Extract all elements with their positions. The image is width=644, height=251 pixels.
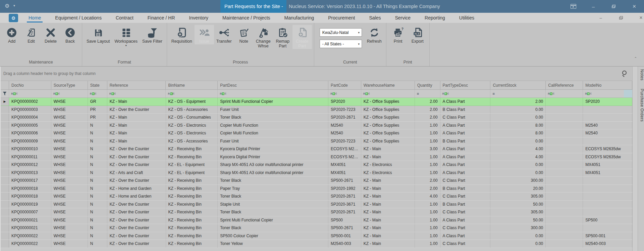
document-restore-button[interactable] [616,14,626,22]
group-by-panel[interactable]: Drag a column header here to group by th… [1,67,632,81]
filter-cell-warehousename[interactable]: abc [361,90,415,97]
ribbon-collapse-chevron-icon[interactable]: ˆ [632,56,639,62]
export-button[interactable]: XLSExport [408,25,427,44]
table-row[interactable]: KPQ00000011WHSENKZ - Over the CounterKZ … [1,153,632,161]
transfer-button[interactable]: Transfer [214,25,234,44]
province-dropdown[interactable]: KwaZulu-Natal▾ [320,28,362,37]
table-row[interactable]: KPQ00000018WHSENKZ - Home and GardenKZ -… [1,185,632,193]
side-tab-purchase-orders[interactable]: Purchase Orders [638,87,644,123]
change-whse-button[interactable]: ChangeWhse [254,25,273,49]
refresh-button[interactable]: Refresh [365,25,384,44]
column-header-callreference[interactable]: CallReference [546,81,583,89]
minimize-button[interactable]: – [588,3,599,10]
row-indicator [1,201,9,208]
ribbon-group-format: Save LayoutWorkspaces▾Save FilterFormat [82,23,167,66]
cell-state: N [88,216,107,224]
titlebar-dropdown-caret-icon[interactable]: ▾ [13,4,15,7]
close-button[interactable]: × [629,3,640,10]
chevron-down-icon[interactable]: ▾ [356,42,362,46]
table-row[interactable]: KPQ00000019WHSENKZ - Over the CounterKZ … [1,201,632,209]
column-header-partdesc[interactable]: PartDesc [218,81,328,89]
document-close-button[interactable]: × [636,14,644,22]
filter-cell-reference[interactable]: abc [107,90,166,97]
tab-procurement[interactable]: Procurement [321,13,362,23]
table-row[interactable]: KPQ00000007WHSENKZ - Over the CounterKZ … [1,208,632,216]
table-row[interactable]: KPQ00000009WHSENKZ - MainKZ - OS - Acces… [1,137,632,145]
tab-service[interactable]: Service [388,13,418,23]
column-header-reference[interactable]: Reference [107,81,166,89]
column-header-state[interactable]: State [88,81,107,89]
restore-button[interactable] [608,3,619,10]
cell-quantity: 2.00 [415,98,440,106]
tab-manufacturing[interactable]: Manufacturing [277,13,321,23]
search-icon[interactable] [622,71,628,77]
table-row[interactable]: KPQ00000013WHSENKZ - Arts and CraftKZ - … [1,169,632,177]
tab-sales[interactable]: Sales [362,13,388,23]
save-layout-button[interactable]: Save Layout [84,25,112,44]
filter-cell-sourcetype[interactable]: abc [51,90,88,97]
cell-state: N [88,122,107,129]
delete-button[interactable]: Delete [41,25,60,44]
edit-button[interactable]: Edit [21,25,41,44]
workspaces-button[interactable]: Workspaces▾ [112,25,140,48]
table-row[interactable]: KPQ00000022WHSENKZ - Over the CounterKZ … [1,232,632,240]
state-dropdown[interactable]: - All States -▾ [320,40,362,48]
table-row[interactable]: KPQ00000012WHSENKZ - Over the CounterKZ … [1,161,632,169]
column-header-sourcetype[interactable]: SourceType [51,81,88,89]
save-filter-button[interactable]: Save Filter [140,25,165,44]
table-row[interactable]: KPQ00000021WHSENKZ - Over the CounterKZ … [1,216,632,224]
column-header-currentstock[interactable]: CurrentStock [490,81,546,89]
settings-gear-icon[interactable]: ⚙ [5,3,9,9]
document-minimize-button[interactable]: – [596,14,606,22]
filter-cell-partdesc[interactable]: abc [218,90,328,97]
filter-cell-state[interactable]: abc [88,90,107,97]
column-header-parttypedesc[interactable]: PartTypeDesc [440,81,491,89]
filter-cell-quantity[interactable]: = [415,90,440,97]
table-row[interactable]: KPQ00000004WHSEPRKZ - MainKZ - OS - Cons… [1,114,632,122]
remap-part-button[interactable]: RemapPart [273,25,292,49]
filter-cell-binname[interactable]: abc [166,90,218,97]
tab-maintenance-projects[interactable]: Maintenance / Projects [215,13,277,23]
requisition-button[interactable]: Requisition [169,25,195,44]
filter-cell-parttypedesc[interactable]: abc [440,90,491,97]
table-row[interactable]: KPQ00000005WHSENKZ - MainKZ - OS - Elect… [1,122,632,130]
table-row[interactable]: KPQ00000017WHSENKZ - Over the CounterKZ … [1,177,632,185]
filter-cell-callreference[interactable]: abc [546,90,583,97]
table-row[interactable]: KPQ00000018WHSENKZ - Home and GardenKZ -… [1,193,632,201]
table-row-selected[interactable]: ▶KPQ00000002WHSEGRKZ - MainKZ - OS - Equ… [1,98,632,106]
table-row[interactable]: KPQ00000006WHSENKZ - MainKZ - OS - Elect… [1,129,632,137]
tab-home[interactable]: Home [21,13,48,23]
cell-currentstock: 0.00 [490,169,546,177]
column-header-modelno[interactable]: ModelNo [583,81,632,89]
print-button[interactable]: ?Print [388,25,408,44]
vertical-scrollbar[interactable] [632,67,638,251]
note-button[interactable]: Note [234,25,254,44]
column-header-docno[interactable]: DocNo [9,81,51,89]
tab-equipment-locations[interactable]: Equipment / Locations [48,13,109,23]
cell-quantity: 1.00 [415,224,440,232]
tab-inventory[interactable]: Inventory [182,13,216,23]
column-header-binname[interactable]: BinName [166,81,218,89]
tab-utilities[interactable]: Utilities [452,13,481,23]
column-header-quantity[interactable]: Quantity [415,81,440,89]
ribbon-button-label: Change [256,39,271,44]
add-button[interactable]: Add [2,25,21,44]
back-button[interactable]: Back [60,25,80,44]
chevron-down-icon[interactable]: ▾ [356,31,362,34]
tab-finance-hr[interactable]: Finance / HR [141,13,182,23]
filter-cell-currentstock[interactable]: = [490,90,546,97]
table-row[interactable]: KPQ00000022WHSENKZ - Over the CounterKZ … [1,240,632,248]
column-header-warehousename[interactable]: WarehouseName [361,81,415,89]
column-header-partcode[interactable]: PartCode [328,81,361,89]
table-row[interactable]: KPQ00000003WHSEPRKZ - Over the CounterKZ… [1,106,632,114]
filter-cell-docno[interactable]: abc [9,90,51,97]
cell-state: GR [88,98,107,106]
tab-contract[interactable]: Contract [109,13,141,23]
table-row[interactable]: KPQ00000010WHSENKZ - Over the CounterKZ … [1,145,632,153]
filter-cell-partcode[interactable]: abc [328,90,361,97]
ribbon-display-options-button[interactable] [568,3,579,10]
table-row[interactable]: KPQ00000021WHSENKZ - Over the CounterKZ … [1,224,632,232]
tab-reporting[interactable]: Reporting [418,13,452,23]
application-button[interactable]: ⚙ [9,14,18,22]
side-tab-notes[interactable]: Notes [638,68,644,82]
